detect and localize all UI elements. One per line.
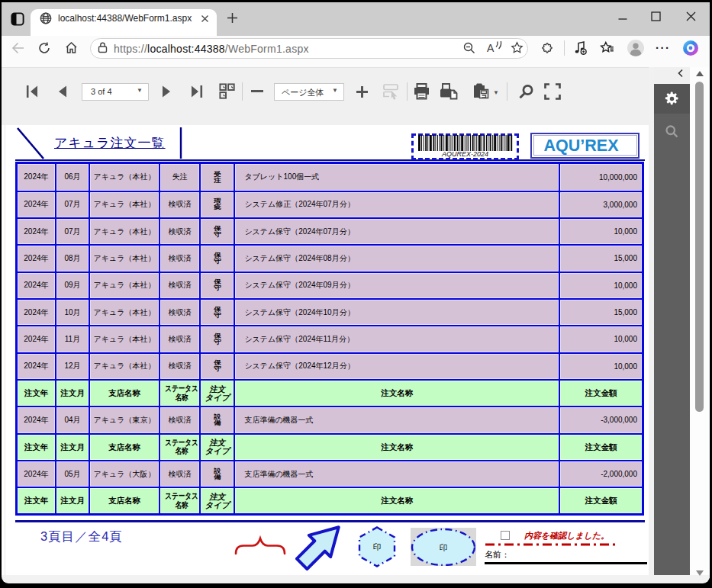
svg-text:印: 印 (440, 543, 448, 552)
svg-text:印: 印 (373, 542, 382, 551)
